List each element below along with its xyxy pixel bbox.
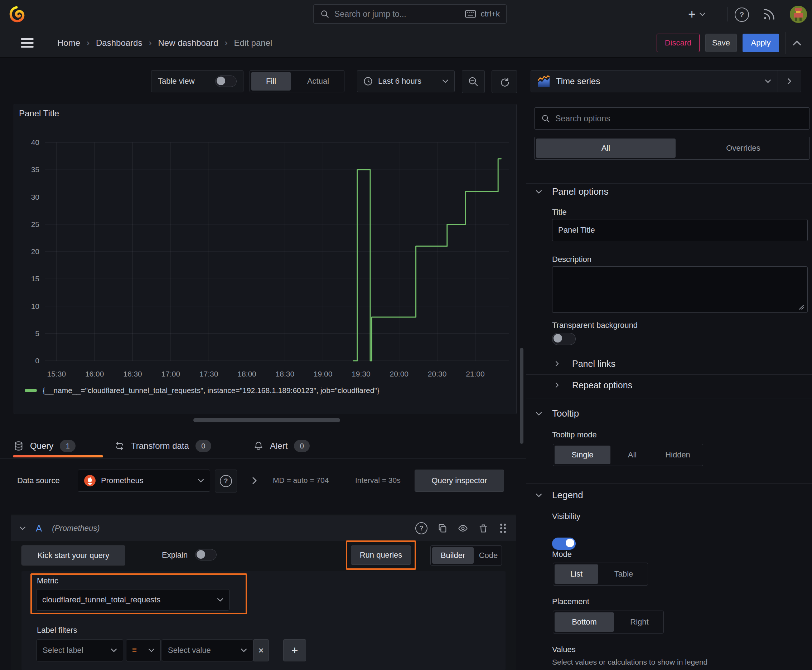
datasource-picker[interactable]: Prometheus <box>78 470 210 492</box>
tab-overrides[interactable]: Overrides <box>677 137 810 159</box>
breadcrumb-home[interactable]: Home <box>57 38 80 48</box>
tooltip-mode-single[interactable]: Single <box>554 446 610 464</box>
chevron-down-icon <box>536 493 542 497</box>
zoom-out-icon <box>468 76 479 87</box>
panel-options-header[interactable]: Panel options <box>536 186 609 197</box>
builder-option[interactable]: Builder <box>432 547 474 564</box>
transparent-background-toggle[interactable] <box>552 333 576 345</box>
trash-icon[interactable] <box>478 523 488 533</box>
metric-select[interactable]: cloudflared_tunnel_total_requests <box>36 589 229 611</box>
eye-icon[interactable] <box>458 523 468 533</box>
options-search-box[interactable]: Search options <box>534 107 810 130</box>
news-icon[interactable] <box>762 7 776 23</box>
fill-option[interactable]: Fill <box>251 72 291 91</box>
time-range-picker[interactable]: Last 6 hours <box>357 70 455 92</box>
apply-button[interactable]: Apply <box>742 34 779 52</box>
legend-placement-right[interactable]: Right <box>615 611 663 633</box>
panel-links-header[interactable]: Panel links <box>554 356 615 372</box>
discard-button[interactable]: Discard <box>657 34 700 52</box>
run-queries-button[interactable]: Run queries <box>351 545 411 565</box>
toggle-options-pane-button[interactable] <box>778 71 801 92</box>
tab-query[interactable]: Query 1 <box>14 435 76 457</box>
breadcrumb-new-dashboard[interactable]: New dashboard <box>158 38 218 48</box>
svg-text:16:00: 16:00 <box>85 370 104 378</box>
new-menu-button[interactable]: + <box>688 8 706 21</box>
chevron-down-icon <box>241 648 247 653</box>
search-placeholder: Search or jump to... <box>334 9 460 19</box>
resize-handle-icon[interactable] <box>798 303 804 310</box>
chevron-down-icon <box>19 526 26 530</box>
tab-transform-data[interactable]: Transform data 0 <box>115 435 211 457</box>
operator-dropdown[interactable]: = <box>126 639 161 662</box>
time-series-chart[interactable]: 051015202530354015:3016:0016:3017:0017:3… <box>18 130 512 385</box>
global-search-box[interactable]: Search or jump to... ctrl+k <box>313 4 507 24</box>
svg-text:5: 5 <box>35 329 39 337</box>
refresh-icon <box>499 76 510 87</box>
tab-alert[interactable]: Alert 0 <box>253 435 310 457</box>
repeat-options-header[interactable]: Repeat options <box>554 377 632 393</box>
table-view-toggle[interactable] <box>215 76 237 87</box>
remove-filter-button[interactable]: × <box>253 639 269 662</box>
legend-mode-list[interactable]: List <box>554 564 598 584</box>
grafana-logo-icon[interactable] <box>8 6 25 23</box>
datasource-help-button[interactable]: ? <box>215 470 237 492</box>
kick-start-query-button[interactable]: Kick start your query <box>22 545 125 565</box>
chevron-down-icon <box>111 648 117 653</box>
actual-option[interactable]: Actual <box>292 71 344 92</box>
tooltip-mode-hidden[interactable]: Hidden <box>653 444 703 465</box>
refresh-button[interactable] <box>492 70 517 93</box>
keyboard-icon <box>465 10 476 18</box>
plus-icon: + <box>688 8 696 21</box>
tooltip-header[interactable]: Tooltip <box>536 408 579 419</box>
help-icon[interactable]: ? <box>735 7 749 22</box>
chevron-down-icon <box>536 189 542 194</box>
menu-toggle[interactable] <box>21 38 34 47</box>
zoom-out-button[interactable] <box>462 70 485 93</box>
pane-resize-handle[interactable] <box>193 418 340 422</box>
label-filters-label: Label filters <box>37 626 77 635</box>
query-inspector-button[interactable]: Query inspector <box>415 470 504 492</box>
scrollbar-thumb[interactable] <box>520 348 524 444</box>
select-value-placeholder: Select value <box>168 646 236 655</box>
svg-text:15: 15 <box>31 274 39 283</box>
breadcrumb-dashboards[interactable]: Dashboards <box>96 38 142 48</box>
duplicate-icon[interactable] <box>437 523 448 533</box>
query-row-header[interactable]: A (Prometheus) ? <box>11 515 516 541</box>
user-avatar[interactable] <box>790 6 807 23</box>
select-value-dropdown[interactable]: Select value <box>162 639 253 662</box>
datasource-value: Prometheus <box>101 476 193 485</box>
tab-query-badge: 1 <box>60 440 76 452</box>
legend-mode-table[interactable]: Table <box>600 563 648 585</box>
operator-value: = <box>132 646 143 655</box>
code-option[interactable]: Code <box>475 546 502 565</box>
tab-all[interactable]: All <box>536 139 676 158</box>
explain-toggle[interactable] <box>195 549 217 560</box>
tab-transform-label: Transform data <box>131 441 189 451</box>
add-filter-button[interactable]: + <box>283 639 306 662</box>
tooltip-mode-all[interactable]: All <box>612 444 653 465</box>
legend-series-name: {__name__="cloudflared_tunnel_total_requ… <box>42 386 380 395</box>
visualization-name: Time series <box>556 76 765 86</box>
legend-values-label: Values <box>552 645 576 654</box>
section-divider <box>526 374 812 375</box>
drag-handle-icon[interactable] <box>498 523 508 534</box>
description-textarea[interactable] <box>552 266 808 313</box>
chart-panel: Panel Title 051015202530354015:3016:0016… <box>14 104 517 414</box>
legend-section-header[interactable]: Legend <box>536 490 583 501</box>
collapse-row-icon[interactable] <box>252 477 257 485</box>
save-button[interactable]: Save <box>705 34 737 52</box>
legend-placement-bottom[interactable]: Bottom <box>554 612 614 632</box>
svg-text:18:00: 18:00 <box>237 370 256 378</box>
visualization-picker[interactable]: Time series <box>531 70 801 92</box>
section-divider <box>526 483 812 484</box>
panel-links-title: Panel links <box>572 359 615 369</box>
time-range-label: Last 6 hours <box>378 76 437 86</box>
close-icon: × <box>258 645 263 656</box>
chart-legend-item[interactable]: {__name__="cloudflared_tunnel_total_requ… <box>25 386 380 395</box>
panel-title-input[interactable] <box>552 219 808 241</box>
explain-label: Explain <box>162 550 188 560</box>
collapse-pane-icon[interactable] <box>792 40 802 46</box>
legend-visibility-toggle[interactable] <box>552 538 576 550</box>
select-label-dropdown[interactable]: Select label <box>37 639 123 662</box>
query-help-icon[interactable]: ? <box>415 522 427 535</box>
